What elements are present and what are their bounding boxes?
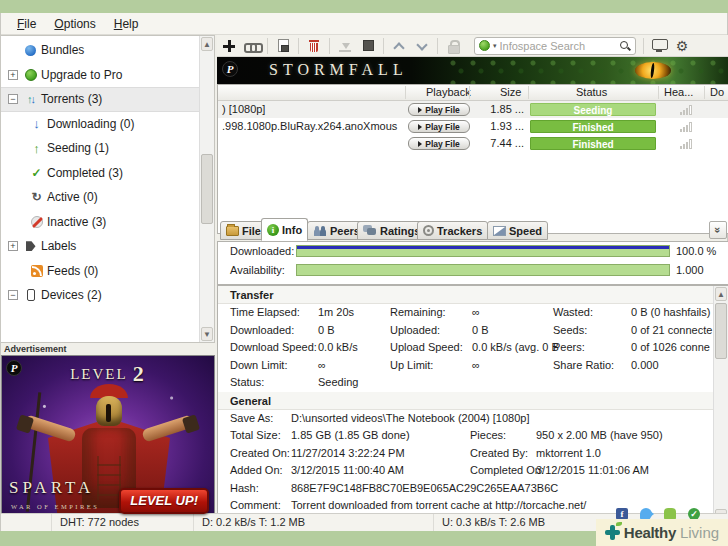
search-provider-caret-icon[interactable]: ▾ bbox=[493, 42, 497, 50]
play-file-button[interactable]: Play File bbox=[408, 120, 470, 133]
sidebar-item-active[interactable]: ↻ Active (0) bbox=[1, 185, 199, 210]
scroll-down-button[interactable]: ▼ bbox=[201, 327, 213, 341]
sidebar-item-feeds[interactable]: Feeds (0) bbox=[1, 259, 199, 284]
sidebar-item-seeding[interactable]: ↑ Seeding (1) bbox=[1, 136, 199, 161]
collapse-panel-button[interactable]: » bbox=[709, 221, 727, 239]
search-provider-icon[interactable] bbox=[479, 40, 490, 51]
menu-file[interactable]: File bbox=[9, 15, 44, 33]
healthy-living-logo-icon bbox=[605, 525, 620, 540]
detail-row: Save As:D:\unsorted videos\The Notebook … bbox=[218, 410, 728, 428]
detail-row: Hash:868E7F9C148FB8C70EB9E065AC29C265EAA… bbox=[218, 480, 728, 498]
remove-button[interactable] bbox=[306, 38, 322, 54]
add-torrent-button[interactable] bbox=[221, 38, 237, 54]
health-bars-icon bbox=[680, 105, 698, 115]
column-size[interactable]: Size bbox=[500, 86, 521, 98]
column-status[interactable]: Status bbox=[576, 86, 607, 98]
move-down-queue-button[interactable] bbox=[414, 38, 430, 54]
sidebar-item-completed[interactable]: ✓ Completed (3) bbox=[1, 161, 199, 186]
play-file-button[interactable]: Play File bbox=[408, 103, 470, 116]
menu-options[interactable]: Options bbox=[46, 15, 103, 33]
sidebar-tree: Bundles + Upgrade to Pro − ↑↓ Torrents (… bbox=[1, 38, 199, 320]
availability-value: 1.000 bbox=[676, 264, 704, 276]
expand-icon[interactable]: + bbox=[8, 70, 18, 80]
app-window: File Options Help Bundles + Upgrade to P… bbox=[0, 13, 728, 531]
collapse-icon[interactable]: − bbox=[8, 94, 18, 104]
progress-panel: Downloaded: 100.0 % Availability: 1.000 bbox=[217, 241, 728, 285]
sidebar-item-devices[interactable]: − Devices (2) bbox=[1, 283, 199, 308]
unlock-button[interactable] bbox=[445, 38, 461, 54]
health-bars-icon bbox=[680, 139, 698, 149]
search-box[interactable]: ▾ bbox=[474, 37, 636, 55]
create-torrent-button[interactable] bbox=[275, 38, 291, 54]
info-detail-panel: Transfer Time Elapsed:1m 20s Remaining:∞… bbox=[217, 285, 728, 525]
tab-ratings[interactable]: Ratings bbox=[357, 221, 426, 240]
search-input[interactable] bbox=[500, 40, 616, 52]
upgrade-icon bbox=[23, 67, 38, 82]
torrent-row[interactable]: ) [1080p] Play File 1.85 ... Seeding bbox=[218, 101, 728, 118]
sidebar-item-clipped[interactable] bbox=[1, 308, 199, 320]
tab-info[interactable]: iInfo bbox=[261, 218, 308, 241]
detail-row: Time Elapsed:1m 20s Remaining:∞ Wasted:0… bbox=[218, 304, 728, 322]
dht-status: DHT: 772 nodes bbox=[51, 514, 193, 531]
column-health[interactable]: Hea... bbox=[664, 86, 693, 98]
availability-label: Availability: bbox=[230, 264, 285, 276]
ad-level-text: Level 2 bbox=[2, 361, 214, 387]
detail-row: Download Speed:0.0 kB/s Upload Speed:0.0… bbox=[218, 339, 728, 357]
plarium-logo-icon: P bbox=[222, 61, 238, 77]
column-playback[interactable]: Playback bbox=[426, 86, 471, 98]
detail-row: Down Limit:∞ Up Limit:∞ Share Ratio:0.00… bbox=[218, 357, 728, 375]
scrollbar-thumb[interactable] bbox=[715, 303, 727, 359]
move-up-queue-button[interactable] bbox=[391, 38, 407, 54]
plarium-logo-icon: P bbox=[6, 360, 22, 376]
stormfall-ad-banner[interactable]: P STORMFALL bbox=[217, 57, 728, 84]
sidebar-item-downloading[interactable]: ↓ Downloading (0) bbox=[1, 112, 199, 137]
stormfall-title: STORMFALL bbox=[269, 61, 408, 79]
collapse-icon[interactable]: − bbox=[8, 290, 18, 300]
sidebar-item-torrents[interactable]: − ↑↓ Torrents (3) bbox=[1, 87, 199, 112]
torrent-row[interactable]: .998.1080p.BluRay.x264.anoXmous Play Fil… bbox=[218, 118, 728, 135]
torrent-list: Playback Size Status Hea... Do ) [1080p]… bbox=[217, 84, 728, 234]
tab-trackers[interactable]: Trackers bbox=[417, 221, 488, 240]
trackers-icon bbox=[423, 225, 434, 236]
health-bars-icon bbox=[680, 122, 698, 132]
scroll-up-button[interactable]: ▲ bbox=[715, 287, 727, 301]
menu-help[interactable]: Help bbox=[106, 15, 147, 33]
torrent-row[interactable]: Play File 7.44 ... Finished bbox=[218, 135, 728, 152]
sidebar-item-inactive[interactable]: Inactive (3) bbox=[1, 210, 199, 235]
info-icon: i bbox=[267, 224, 279, 236]
sidebar-item-bundles[interactable]: Bundles bbox=[1, 38, 199, 63]
completed-icon: ✓ bbox=[29, 165, 44, 180]
sidebar-item-upgrade[interactable]: + Upgrade to Pro bbox=[1, 63, 199, 88]
add-url-button[interactable] bbox=[244, 38, 260, 54]
toolbar: ▾ ⚙ bbox=[217, 35, 728, 57]
detail-row: Created On:11/27/2014 3:22:24 PM Created… bbox=[218, 445, 728, 463]
remote-devices-button[interactable] bbox=[651, 38, 667, 54]
tag-icon bbox=[23, 239, 38, 254]
inactive-icon bbox=[29, 214, 44, 229]
scroll-up-button[interactable]: ▲ bbox=[201, 37, 213, 51]
start-download-button[interactable] bbox=[337, 38, 353, 54]
bundles-icon bbox=[23, 43, 38, 58]
general-section-header: General bbox=[218, 392, 728, 410]
stop-button[interactable] bbox=[360, 38, 376, 54]
tab-speed[interactable]: Speed bbox=[487, 221, 548, 240]
play-icon bbox=[418, 124, 422, 130]
search-icon[interactable] bbox=[619, 40, 631, 52]
ad-game-title: SPARTA bbox=[9, 478, 94, 498]
play-file-button[interactable]: Play File bbox=[408, 137, 470, 150]
sidebar-scrollbar[interactable]: ▲ ▼ bbox=[199, 36, 214, 342]
column-done[interactable]: Do bbox=[710, 86, 724, 98]
advertisement-banner[interactable]: P Level 2 SPARTA WAR OF EMPIRES Level Up… bbox=[1, 355, 215, 525]
settings-gear-button[interactable]: ⚙ bbox=[674, 38, 690, 54]
rss-icon bbox=[29, 263, 44, 278]
sidebar: Bundles + Upgrade to Pro − ↑↓ Torrents (… bbox=[1, 35, 215, 343]
detail-row: Downloaded:0 B Uploaded:0 B Seeds:0 of 2… bbox=[218, 322, 728, 340]
status-badge: Finished bbox=[530, 120, 656, 133]
expand-icon[interactable]: + bbox=[8, 241, 18, 251]
peers-icon bbox=[313, 225, 327, 236]
ad-level-up-button[interactable]: Level Up! bbox=[119, 488, 209, 514]
details-scrollbar[interactable]: ▲ ▼ bbox=[713, 286, 728, 524]
scrollbar-thumb[interactable] bbox=[201, 154, 213, 224]
sidebar-item-labels[interactable]: + Labels bbox=[1, 234, 199, 259]
availability-bar bbox=[296, 264, 670, 276]
